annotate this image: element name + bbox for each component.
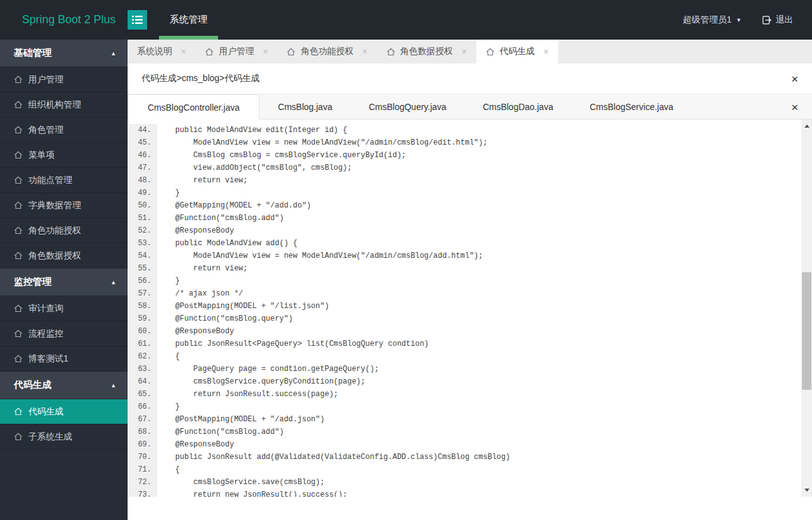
top-nav-system-management[interactable]: 系统管理 [159, 0, 218, 40]
app-window: Spring Boot 2 Plus 系统管理 超级管理员1 ▼ [0, 0, 812, 520]
code-text: public ModelAndView add() { [157, 237, 297, 250]
logout-button[interactable]: 退出 [762, 14, 793, 26]
sidebar-item[interactable]: 菜单项 [0, 143, 128, 168]
line-number: 73. [128, 489, 157, 497]
code-line: 64. cmsBlogService.queryByCondition(page… [128, 375, 801, 388]
code-text: /* ajax json */ [157, 287, 243, 300]
line-number: 58. [128, 300, 157, 313]
code-line: 45. ModelAndView view = new ModelAndView… [128, 136, 801, 149]
sidebar-item[interactable]: 角色管理 [0, 118, 128, 143]
file-tab[interactable]: CmsBlogQuery.java [351, 94, 464, 119]
line-number: 44. [128, 124, 157, 136]
sidebar-item-label: 代码生成 [28, 406, 63, 418]
home-icon [486, 48, 495, 56]
page-tab[interactable]: 用户管理× [195, 40, 277, 64]
code-line: 68. @Function("cmsBlog.add") [128, 426, 801, 438]
file-tab[interactable]: CmsBlog.java [260, 94, 350, 119]
code-line: 58. @PostMapping(MODEL + "/list.json") [128, 300, 801, 313]
page-tab[interactable]: 代码生成× [476, 40, 558, 64]
close-icon[interactable]: × [362, 47, 367, 57]
code-line: 53. public ModelAndView add() { [128, 237, 801, 250]
list-icon [132, 15, 143, 25]
home-icon [14, 407, 23, 416]
sidebar-item[interactable]: 字典数据管理 [0, 193, 128, 218]
sidebar-item[interactable]: 用户管理 [0, 67, 128, 92]
home-icon [14, 151, 23, 159]
app-body: 基础管理▲用户管理组织机构管理角色管理菜单项功能点管理字典数据管理角色功能授权角… [0, 40, 812, 520]
code-text: @ResponseBody [157, 224, 234, 237]
app-logo: Spring Boot 2 Plus [0, 13, 128, 26]
sidebar-item[interactable]: 审计查询 [0, 296, 128, 321]
page-tab[interactable]: 角色功能授权× [277, 40, 376, 64]
app-header: Spring Boot 2 Plus 系统管理 超级管理员1 ▼ [0, 0, 812, 40]
sidebar-section-header[interactable]: 监控管理▲ [0, 268, 128, 296]
line-number: 59. [128, 313, 157, 325]
user-menu[interactable]: 超级管理员1 ▼ [683, 14, 742, 26]
line-number: 70. [128, 451, 157, 463]
code-text: @GetMapping(MODEL + "/add.do") [157, 199, 311, 212]
code-text: return new JsonResult().success(); [157, 489, 347, 497]
sidebar-toggle-button[interactable] [128, 10, 147, 30]
close-icon[interactable]: × [791, 101, 798, 113]
code-line: 66. } [128, 401, 801, 413]
sidebar-item[interactable]: 角色数据授权 [0, 243, 128, 268]
file-tab[interactable]: CmsBlogController.java [128, 94, 260, 119]
scroll-up-button[interactable] [801, 121, 812, 131]
vertical-scrollbar[interactable] [801, 119, 812, 497]
code-line: 60. @ResponseBody [128, 325, 801, 338]
sidebar-section-header[interactable]: 基础管理▲ [0, 40, 128, 67]
line-number: 66. [128, 401, 157, 413]
top-nav-label: 系统管理 [170, 14, 207, 26]
home-icon [14, 329, 23, 338]
scrollbar-thumb[interactable] [802, 272, 811, 390]
code-line: 62. { [128, 350, 801, 363]
sidebar-item[interactable]: 流程监控 [0, 321, 128, 346]
line-number: 52. [128, 224, 157, 237]
collapse-arrow-icon: ▲ [111, 279, 116, 285]
line-number: 67. [128, 413, 157, 426]
code-text: { [157, 463, 180, 476]
home-icon [205, 48, 214, 56]
code-line: 61. public JsonResult<PageQuery> list(Cm… [128, 338, 801, 350]
sidebar-item[interactable]: 博客测试1 [0, 346, 128, 372]
sidebar-item[interactable]: 角色功能授权 [0, 218, 128, 243]
code-text: public JsonResult add(@Validated(Validat… [157, 451, 510, 463]
page-tab[interactable]: 系统说明× [128, 40, 195, 64]
code-line: 65. return JsonResult.success(page); [128, 388, 801, 401]
close-icon[interactable]: × [544, 47, 549, 57]
file-tabbar: CmsBlogController.javaCmsBlog.javaCmsBlo… [128, 94, 812, 119]
code-line: 46. CmsBlog cmsBlog = cmsBlogService.que… [128, 149, 801, 162]
main-panel: 系统说明×用户管理×角色功能授权×角色数据授权×代码生成× 代码生成>cms_b… [128, 40, 812, 520]
triangle-up-icon [804, 124, 809, 128]
code-scroll-pane[interactable]: 44. public ModelAndView edit(Integer id)… [128, 119, 801, 497]
sidebar-item[interactable]: 代码生成 [0, 399, 128, 424]
sidebar-section-header[interactable]: 代码生成▲ [0, 372, 128, 399]
close-icon[interactable]: × [263, 47, 268, 57]
sidebar-item[interactable]: 组织机构管理 [0, 92, 128, 118]
page-tab[interactable]: 角色数据授权× [377, 40, 476, 64]
scroll-down-button[interactable] [801, 485, 812, 495]
code-text: view.addObject("cmsBlog", cmsBlog); [157, 162, 352, 174]
sidebar-item[interactable]: 功能点管理 [0, 168, 128, 193]
line-number: 72. [128, 476, 157, 489]
sidebar-item-label: 组织机构管理 [28, 99, 81, 111]
code-text: public ModelAndView edit(Integer id) { [157, 124, 347, 136]
file-tab[interactable]: CmsBlogService.java [571, 94, 691, 119]
sidebar-item[interactable]: 子系统生成 [0, 424, 128, 450]
close-icon[interactable]: × [462, 47, 467, 57]
line-number: 56. [128, 275, 157, 287]
close-icon[interactable]: × [791, 73, 798, 85]
code-line: 44. public ModelAndView edit(Integer id)… [128, 124, 801, 136]
code-text: cmsBlogService.save(cmsBlog); [157, 476, 324, 489]
file-tab[interactable]: CmsBlogDao.java [464, 94, 571, 119]
line-number: 46. [128, 149, 157, 162]
code-text: @PostMapping(MODEL + "/add.json") [157, 413, 324, 426]
sidebar-section-label: 基础管理 [14, 47, 52, 59]
sidebar-item-label: 角色数据授权 [28, 250, 81, 262]
sidebar-item-label: 角色管理 [28, 124, 63, 136]
line-number: 71. [128, 463, 157, 476]
sidebar-item-label: 字典数据管理 [28, 200, 81, 211]
close-icon[interactable]: × [181, 47, 186, 57]
page-tab-label: 角色功能授权 [300, 46, 353, 57]
home-icon [387, 48, 395, 56]
